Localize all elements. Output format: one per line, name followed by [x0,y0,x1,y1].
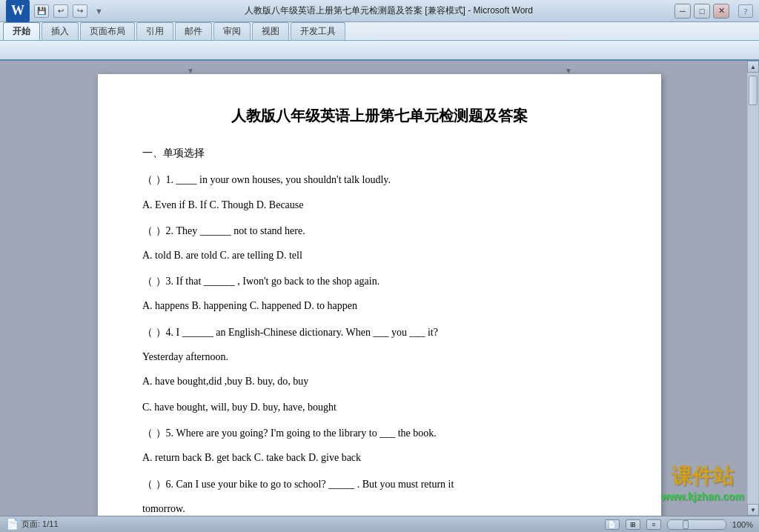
view-controls: 📄 ⊞ ≡ 100% [605,519,753,530]
question-1: （ ）1. ____ in your own houses, you shoul… [142,170,617,189]
ribbon: 开始 插入 页面布局 引用 邮件 审阅 视图 开发工具 [0,22,759,61]
page-indicator: 📄 页面: 1/11 [6,518,59,531]
page-wrapper: ▼ ▼ 人教版八年级英语上册第七单元检测题及答案 一、单项选择 （ ）1. __… [98,67,661,510]
document-title: 人教版八年级英语上册第七单元检测题及答案 [142,104,617,127]
tab-mailings[interactable]: 邮件 [175,22,212,40]
ribbon-body [0,40,759,61]
tab-developer[interactable]: 开发工具 [291,22,345,40]
left-ruler [0,61,12,516]
answer-1: A. Even if B. If C. Though D. Because [142,196,617,214]
word-icon: W [6,0,30,23]
undo-button[interactable]: ↩ [53,4,68,18]
scroll-track[interactable] [748,73,758,504]
answer-3: A. happens B. happening C. happened D. t… [142,296,617,315]
minimize-button[interactable]: ─ [675,4,691,19]
answer-2: A. told B. are told C. are telling D. te… [142,246,617,265]
view-btn-2[interactable]: ⊞ [626,519,640,530]
page-count: 页面: 1/11 [21,519,59,530]
view-btn-3[interactable]: ≡ [646,519,661,530]
page-markers: ▼ ▼ [98,67,661,73]
tab-references[interactable]: 引用 [136,22,173,40]
tab-insert[interactable]: 插入 [42,22,79,40]
watermark-bottom: www.kjzhan.com [661,491,744,502]
zoom-level: 100% [732,520,753,529]
question-3: （ ）3. If that ______ , Iwon't go back to… [142,272,617,290]
redo-button[interactable]: ↪ [73,4,87,18]
scroll-down-button[interactable]: ▼ [747,504,759,516]
window-title: 人教版八年级英语上册第七单元检测题及答案 [兼容模式] - Microsoft … [245,4,533,17]
help-button[interactable]: ? [738,4,753,18]
ribbon-tabs: 开始 插入 页面布局 引用 邮件 审阅 视图 开发工具 [0,22,759,40]
view-btn-1[interactable]: 📄 [605,519,620,530]
status-bar: 📄 页面: 1/11 📄 ⊞ ≡ 100% [0,516,759,532]
document-scroll[interactable]: ▼ ▼ 人教版八年级英语上册第七单元检测题及答案 一、单项选择 （ ）1. __… [12,61,747,516]
question-5: （ ）5. Where are you going? I'm going to … [142,424,617,442]
title-bar-controls: ─ □ ✕ ? [675,4,753,19]
zoom-slider[interactable] [667,519,726,530]
customize-label: ▼ [95,7,103,16]
page-icon: 📄 [6,518,19,531]
document-page: 人教版八年级英语上册第七单元检测题及答案 一、单项选择 （ ）1. ____ i… [98,74,661,516]
tab-pagelayout[interactable]: 页面布局 [80,22,135,40]
zoom-thumb[interactable] [683,520,689,529]
tab-review[interactable]: 审阅 [213,22,251,40]
watermark: 课件站 www.kjzhan.com [661,462,744,502]
watermark-top: 课件站 [661,462,744,491]
question-6: （ ）6. Can I use your bike to go to schoo… [142,475,617,493]
tab-view[interactable]: 视图 [252,22,289,40]
title-bar: W 💾 ↩ ↪ ▼ 人教版八年级英语上册第七单元检测题及答案 [兼容模式] - … [0,0,759,22]
tab-start[interactable]: 开始 [3,22,40,40]
question-4b: Yesterday afternoon. [142,348,617,366]
vertical-scrollbar[interactable]: ▲ ▼ [747,61,759,516]
restore-button[interactable]: □ [694,4,710,19]
question-2: （ ）2. They ______ not to stand here. [142,222,617,240]
scroll-thumb[interactable] [749,76,758,105]
question-6b: tomorrow. [142,499,617,516]
save-button[interactable]: 💾 [34,4,49,18]
answer-5: A. return back B. get back C. take back … [142,448,617,467]
section1-header: 一、单项选择 [142,145,617,162]
answer-4a: A. have bought,did ,buy B. buy, do, buy [142,372,617,390]
title-bar-left: W 💾 ↩ ↪ ▼ [6,0,103,23]
question-4: （ ）4. I ______ an English-Chinese dictio… [142,323,617,342]
close-button[interactable]: ✕ [713,4,729,19]
scroll-up-button[interactable]: ▲ [747,61,759,73]
answer-4c: C. have bought, will, buy D. buy, have, … [142,398,617,416]
document-area: ▼ ▼ 人教版八年级英语上册第七单元检测题及答案 一、单项选择 （ ）1. __… [0,61,759,516]
